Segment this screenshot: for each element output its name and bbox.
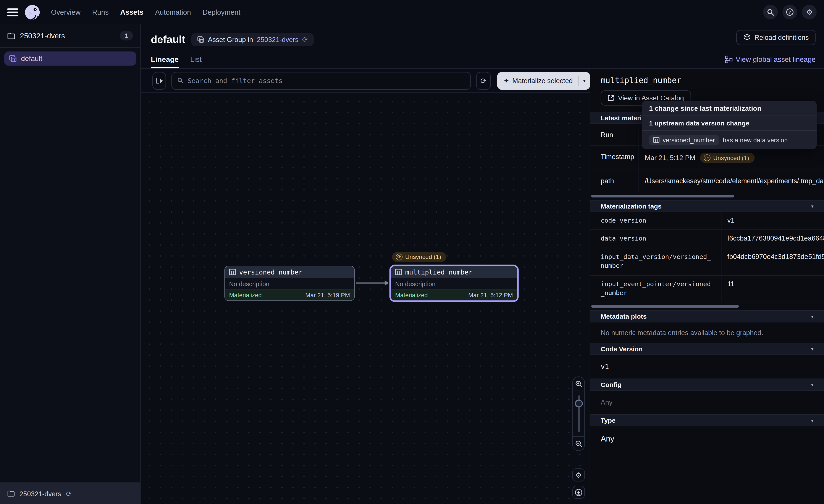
horizontal-scrollbar[interactable] xyxy=(591,195,734,198)
asset-group-icon xyxy=(197,36,204,43)
app-root: Overview Runs Assets Automation Deployme… xyxy=(0,0,824,504)
tag-row: data_version f6ccba1776380941e9cd1ea6648… xyxy=(590,230,824,248)
graph-settings-gear-icon[interactable]: ⚙ xyxy=(572,468,585,482)
nav-deployment[interactable]: Deployment xyxy=(202,8,240,16)
nav-overview[interactable]: Overview xyxy=(51,8,81,16)
zoom-out-icon[interactable] xyxy=(573,436,584,451)
sparkle-icon: ✦ xyxy=(503,77,509,84)
timestamp-value: Mar 21, 5:12 PM xyxy=(645,154,695,161)
unsynced-badge[interactable]: ⟳ Unsynced (1) xyxy=(700,153,754,163)
asset-chip: versioned_number xyxy=(649,135,719,145)
table-row: Timestamp Mar 21, 5:12 PM ⟳ Unsynced (1) xyxy=(590,146,824,170)
unsynced-badge-label: Unsynced (1) xyxy=(405,254,441,260)
collapse-caret-icon[interactable]: ▾ xyxy=(811,382,813,387)
node-description: No description xyxy=(225,278,354,289)
asset-group-badge: Asset Group in 250321-dvers ⟳ xyxy=(191,33,314,46)
sidebar-footer-location[interactable]: 250321-dvers ⟳ xyxy=(0,483,140,504)
collapse-caret-icon[interactable]: ▾ xyxy=(811,314,813,319)
tab-lineage[interactable]: Lineage xyxy=(151,50,179,69)
horizontal-scrollbar[interactable] xyxy=(591,305,739,308)
badge-reload-icon[interactable]: ⟳ xyxy=(302,35,308,43)
zoom-slider-thumb[interactable] xyxy=(575,399,583,407)
section-heading: Code Version xyxy=(601,346,642,353)
primary-nav: Overview Runs Assets Automation Deployme… xyxy=(51,8,240,16)
node-title: versioned_number xyxy=(239,268,302,276)
change-tooltip: 1 change since last materialization 1 up… xyxy=(642,101,817,149)
search-input[interactable] xyxy=(188,77,465,84)
materialize-selected-label: Materialize selected xyxy=(512,77,573,84)
reload-definitions-button[interactable]: Reload definitions xyxy=(736,30,816,45)
nav-automation[interactable]: Automation xyxy=(155,8,191,16)
search-icon xyxy=(177,77,184,84)
section-heading: Type xyxy=(601,417,616,424)
unsynced-badge[interactable]: ⟳ Unsynced (1) xyxy=(392,252,446,262)
sidebar-item-default[interactable]: default xyxy=(4,51,136,66)
code-version-value: v1 xyxy=(590,355,824,379)
lineage-graph-column: ⟳ ✦Materialize selected ▾ ⟳ Unsynce xyxy=(141,69,590,504)
collapse-caret-icon[interactable]: ▾ xyxy=(811,418,813,423)
metadata-plots-empty-text: No numeric metadata entries available to… xyxy=(590,323,824,343)
collapse-caret-icon[interactable]: ▾ xyxy=(811,347,813,352)
download-graph-icon[interactable] xyxy=(572,486,585,499)
gear-glyph: ⚙ xyxy=(575,471,582,479)
section-code-version[interactable]: Code Version ▾ xyxy=(590,343,824,355)
badge-group-link[interactable]: 250321-dvers xyxy=(257,35,299,43)
tag-key: input_event_pointer/versioned_number xyxy=(590,275,722,302)
zoom-in-icon[interactable] xyxy=(573,377,584,391)
tag-key: input_data_version/versioned_number xyxy=(590,248,722,275)
help-icon[interactable]: ? xyxy=(783,5,797,19)
reload-definitions-label: Reload definitions xyxy=(754,33,809,41)
node-timestamp: Mar 21, 5:12 PM xyxy=(468,292,513,298)
cube-reload-icon xyxy=(743,33,751,41)
lineage-edge-arrowhead xyxy=(385,280,389,285)
unsynced-sync-icon: ⟳ xyxy=(704,154,711,161)
tab-list[interactable]: List xyxy=(190,50,202,69)
tag-row: code_version v1 xyxy=(590,212,824,230)
tooltip-suffix: has a new data version xyxy=(723,136,788,144)
tag-row: input_event_pointer/versioned_number 11 xyxy=(590,275,824,302)
tag-value: fb04dcb6970e4c3d1873de51fd5a5 xyxy=(722,248,824,275)
svg-text:?: ? xyxy=(789,9,791,14)
tabs-row: Lineage List View global asset lineage xyxy=(141,50,824,69)
node-status: Materialized xyxy=(229,292,262,298)
sidebar-item-label: default xyxy=(21,54,42,62)
sidebar-group-row[interactable]: 250321-dvers 1 xyxy=(0,24,140,48)
tag-key: code_version xyxy=(590,212,722,230)
table-icon xyxy=(653,137,659,143)
sidebar: 250321-dvers 1 default 250321-dvers ⟳ xyxy=(0,24,141,504)
asset-node-multiplied-number[interactable]: multiplied_number No description Materia… xyxy=(390,265,519,302)
view-global-asset-lineage-link[interactable]: View global asset lineage xyxy=(725,55,816,63)
asset-chip-label: versioned_number xyxy=(663,136,715,144)
row-label: Run xyxy=(590,124,638,146)
nav-runs[interactable]: Runs xyxy=(92,8,108,16)
sidebar-group-name: 250321-dvers xyxy=(20,31,65,40)
expand-sidebar-panel-icon[interactable] xyxy=(152,72,166,90)
lineage-canvas[interactable]: ⟳ Unsynced (1) versioned_number No descr… xyxy=(141,93,590,504)
materialize-selected-button[interactable]: ✦Materialize selected ▾ xyxy=(497,72,590,90)
search-icon[interactable] xyxy=(763,5,778,19)
section-materialization-tags[interactable]: Materialization tags ▾ xyxy=(590,200,824,212)
reload-location-icon[interactable]: ⟳ xyxy=(66,490,72,497)
type-value: Any xyxy=(590,426,824,451)
dagster-logo-icon[interactable] xyxy=(24,4,40,20)
tag-value: f6ccba1776380941e9cd1ea66481d xyxy=(722,230,824,248)
menu-icon[interactable] xyxy=(7,8,18,16)
section-type[interactable]: Type ▾ xyxy=(590,414,824,426)
collapse-caret-icon[interactable]: ▾ xyxy=(811,204,813,209)
nav-assets[interactable]: Assets xyxy=(120,8,143,16)
settings-gear-icon[interactable]: ⚙ xyxy=(802,5,817,19)
materialization-path-link[interactable]: /Users/smackesey/stm/code/elementl/exper… xyxy=(645,177,824,185)
materialize-dropdown-caret-icon[interactable]: ▾ xyxy=(579,78,590,83)
section-heading: Config xyxy=(601,381,621,388)
lineage-graph-icon xyxy=(725,55,732,63)
asset-node-versioned-number[interactable]: versioned_number No description Material… xyxy=(224,266,354,301)
section-config[interactable]: Config ▾ xyxy=(590,379,824,391)
sync-glyph: ⟳ xyxy=(481,76,487,85)
table-icon xyxy=(229,269,236,275)
tooltip-subheading: 1 upstream data version change xyxy=(642,116,817,131)
node-description: No description xyxy=(391,278,517,289)
external-link-icon xyxy=(608,95,614,102)
refresh-graph-icon[interactable]: ⟳ xyxy=(476,72,491,90)
page-header: default Asset Group in 250321-dvers ⟳ xyxy=(141,24,824,50)
section-metadata-plots[interactable]: Metadata plots ▾ xyxy=(590,310,824,323)
